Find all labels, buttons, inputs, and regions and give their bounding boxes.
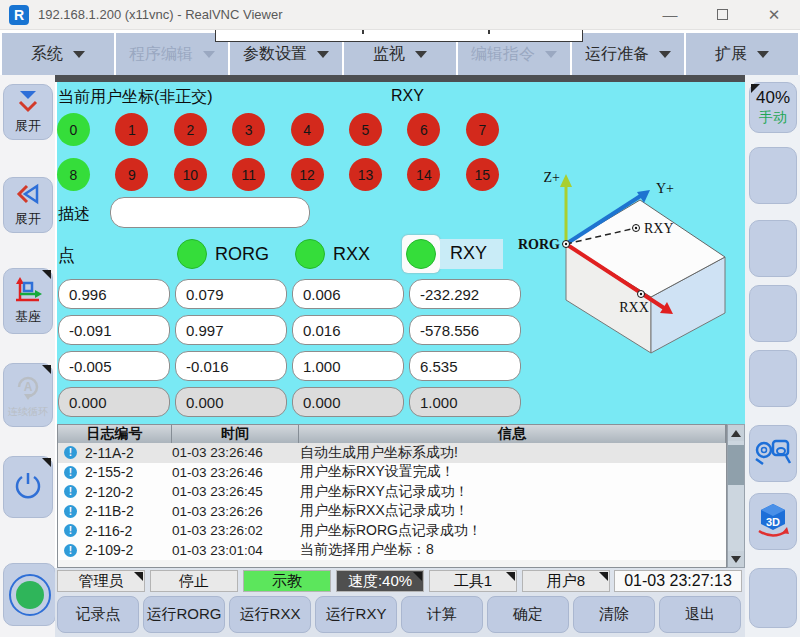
user-frame-slot-7[interactable]: 7 xyxy=(466,113,499,146)
matrix-cell-r1c1[interactable]: 0.997 xyxy=(175,315,287,345)
scroll-up-button[interactable] xyxy=(728,425,744,441)
log-time-cell: 01-03 23:26:46 xyxy=(172,465,300,480)
pendant-icon xyxy=(753,435,793,472)
matrix-cell-r3c1[interactable]: 0.000 xyxy=(175,387,287,417)
log-header-msg[interactable]: 信息 xyxy=(299,425,726,443)
user-frame-slot-0[interactable]: 0 xyxy=(57,113,90,146)
matrix-cell-r3c2[interactable]: 0.000 xyxy=(292,387,404,417)
user-frame-slot-5[interactable]: 5 xyxy=(349,113,382,146)
matrix-cell-r2c2[interactable]: 1.000 xyxy=(292,351,404,381)
expand-down-button[interactable]: 展开 xyxy=(3,84,53,140)
base-frame-button[interactable]: 基座 xyxy=(3,268,53,334)
bottom-button-3[interactable]: 运行RXY xyxy=(315,596,397,633)
table-row[interactable]: !2-120-201-03 23:26:45用户坐标RXY点记录成功！ xyxy=(58,482,726,502)
menu-item-5[interactable]: 运行准备 xyxy=(572,33,684,75)
status-item-3[interactable]: 速度:40% xyxy=(336,570,424,592)
description-input[interactable] xyxy=(110,197,310,228)
table-row[interactable]: !2-109-201-03 23:01:04当前选择用户坐标：8 xyxy=(58,541,726,561)
log-header-id[interactable]: 日志编号 xyxy=(58,425,172,443)
user-frame-slot-12[interactable]: 12 xyxy=(291,158,324,191)
bottom-button-7[interactable]: 退出 xyxy=(659,596,741,633)
user-frame-slot-11[interactable]: 11 xyxy=(232,158,265,191)
bottom-button-5[interactable]: 确定 xyxy=(487,596,569,633)
minimize-button[interactable]: — xyxy=(644,0,696,30)
info-icon: ! xyxy=(64,544,77,557)
right-sidebar-empty-button[interactable] xyxy=(749,568,797,628)
matrix-cell-r2c0[interactable]: -0.005 xyxy=(58,351,170,381)
user-frame-slot-14[interactable]: 14 xyxy=(407,158,440,191)
status-item-5[interactable]: 用户8 xyxy=(522,570,610,592)
menu-item-label: 参数设置 xyxy=(243,44,307,65)
continuous-cycle-button[interactable]: A 连续循环 xyxy=(3,363,53,427)
matrix-cell-r1c0[interactable]: -0.091 xyxy=(58,315,170,345)
status-item-2[interactable]: 示教 xyxy=(243,570,331,592)
user-frame-slot-9[interactable]: 9 xyxy=(115,158,148,191)
log-header-time[interactable]: 时间 xyxy=(172,425,299,443)
info-icon: ! xyxy=(64,524,77,537)
right-sidebar-empty-button[interactable] xyxy=(749,285,797,342)
matrix-cell-r3c0[interactable]: 0.000 xyxy=(58,387,170,417)
log-scrollbar[interactable] xyxy=(727,424,745,568)
3d-view-icon: 3D xyxy=(753,500,793,543)
status-item-4[interactable]: 工具1 xyxy=(429,570,517,592)
pendant-jog-button[interactable] xyxy=(749,425,797,482)
bottom-button-0[interactable]: 记录点 xyxy=(57,596,139,633)
right-sidebar-empty-button[interactable] xyxy=(749,220,797,277)
matrix-cell-r2c1[interactable]: -0.016 xyxy=(175,351,287,381)
servo-status-button[interactable] xyxy=(3,563,56,626)
status-item-1[interactable]: 停止 xyxy=(150,570,238,592)
coordinate-matrix: 0.9960.0790.006-232.292-0.0910.9970.016-… xyxy=(58,279,521,417)
triangle-down-icon xyxy=(731,556,741,563)
menu-item-6[interactable]: 扩展 xyxy=(686,33,798,75)
user-frame-slot-3[interactable]: 3 xyxy=(232,113,265,146)
table-row[interactable]: !2-155-201-03 23:26:46用户坐标RXY设置完成！ xyxy=(58,463,726,483)
matrix-cell-r3c3[interactable]: 1.000 xyxy=(409,387,521,417)
3d-view-button[interactable]: 3D xyxy=(749,493,797,550)
bottom-button-4[interactable]: 计算 xyxy=(401,596,483,633)
z-axis-label: Z+ xyxy=(544,170,561,185)
right-sidebar-empty-button[interactable] xyxy=(749,147,797,204)
matrix-cell-r0c0[interactable]: 0.996 xyxy=(58,279,170,309)
point-indicator-RXX[interactable]: RXX xyxy=(295,234,370,274)
user-frame-slot-1[interactable]: 1 xyxy=(115,113,148,146)
close-button[interactable]: ✕ xyxy=(748,0,800,30)
matrix-cell-r1c2[interactable]: 0.016 xyxy=(292,315,404,345)
user-frame-slot-10[interactable]: 10 xyxy=(174,158,207,191)
status-item-6[interactable]: 01-03 23:27:13 xyxy=(614,570,742,592)
bottom-button-6[interactable]: 清除 xyxy=(573,596,655,633)
window-titlebar: R 192.168.1.200 (x11vnc) - RealVNC Viewe… xyxy=(0,0,800,30)
info-icon: ! xyxy=(64,466,77,479)
bottom-button-2[interactable]: 运行RXX xyxy=(229,596,311,633)
table-row[interactable]: !2-11A-201-03 23:26:46自动生成用户坐标系成功! xyxy=(58,443,726,463)
popup-tick xyxy=(488,30,490,34)
log-message-cell: 用户坐标RXY点记录成功！ xyxy=(300,483,726,501)
matrix-cell-r0c2[interactable]: 0.006 xyxy=(292,279,404,309)
table-row[interactable]: !2-116-201-03 23:26:02用户坐标RORG点记录成功！ xyxy=(58,521,726,541)
menu-item-1[interactable]: 程序编辑 xyxy=(116,33,228,75)
status-item-0[interactable]: 管理员 xyxy=(57,570,145,592)
scrollbar-thumb[interactable] xyxy=(728,445,744,485)
log-message-cell: 用户坐标RXY设置完成！ xyxy=(300,463,726,481)
speed-mode-button[interactable]: 40% 手动 xyxy=(749,82,797,133)
double-chevron-left-icon xyxy=(15,182,41,209)
scroll-down-button[interactable] xyxy=(728,551,744,567)
table-row[interactable]: !2-11B-201-03 23:26:26用户坐标RXX点记录成功！ xyxy=(58,502,726,522)
right-sidebar-empty-button[interactable] xyxy=(749,350,797,407)
power-button[interactable] xyxy=(3,456,53,518)
user-frame-slot-15[interactable]: 15 xyxy=(466,158,499,191)
expand-left-button[interactable]: 展开 xyxy=(3,177,53,233)
point-indicator-RORG[interactable]: RORG xyxy=(177,234,269,274)
matrix-cell-r0c1[interactable]: 0.079 xyxy=(175,279,287,309)
menu-item-0[interactable]: 系统 xyxy=(2,33,114,75)
user-frame-slot-13[interactable]: 13 xyxy=(349,158,382,191)
user-frame-slot-4[interactable]: 4 xyxy=(291,113,324,146)
menu-item-label: 程序编辑 xyxy=(129,44,193,65)
point-indicator-RXY[interactable]: RXY xyxy=(402,234,503,274)
user-frame-slot-2[interactable]: 2 xyxy=(174,113,207,146)
sidebar-button-label: 基座 xyxy=(15,308,41,326)
user-frame-slot-6[interactable]: 6 xyxy=(407,113,440,146)
y-axis-label: Y+ xyxy=(656,181,674,196)
maximize-button[interactable] xyxy=(696,0,748,30)
user-frame-slot-8[interactable]: 8 xyxy=(57,158,90,191)
bottom-button-1[interactable]: 运行RORG xyxy=(143,596,225,633)
